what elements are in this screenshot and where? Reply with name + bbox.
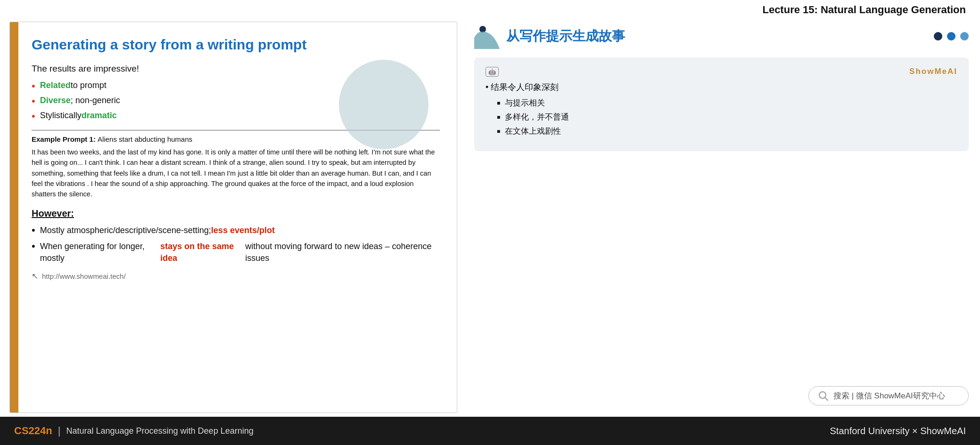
cn-title-area: 从写作提示生成故事 [474, 24, 969, 49]
search-box[interactable]: 搜索 | 微信 ShowMeAI研究中心 [808, 386, 969, 405]
ai-badge: 🤖 [486, 67, 499, 77]
cn-sub-3-text: 在文体上戏剧性 [505, 126, 561, 137]
right-panel: 从写作提示生成故事 🤖 ShowMeAI • 结果令人印象深刻 与提示相关 [457, 18, 980, 417]
slide-title: Generating a story from a writing prompt [32, 36, 440, 53]
however-bullet-1-red: less events/plot [211, 225, 275, 236]
bullet-diverse-prefix: Diverse [40, 96, 71, 105]
url-text: http://www.showmeai.tech/ [42, 272, 126, 280]
bottom-left: CS224n | Natural Language Processing wit… [14, 425, 254, 437]
example-prompt-bold: Example Prompt 1: [32, 135, 98, 143]
however-bullet-1-normal: Mostly atmospheric/descriptive/scene-set… [40, 225, 211, 236]
however-bullet-2-normal1: When generating for longer, mostly [40, 241, 160, 264]
cn-sub-1-text: 与提示相关 [505, 97, 545, 108]
url-area: ↖ http://www.showmeai.tech/ [32, 271, 440, 281]
bullet-dramatic: dramatic [82, 111, 117, 121]
cn-sub-1: 与提示相关 [497, 97, 957, 108]
slide-body: The results are impressive! Related to p… [32, 64, 440, 281]
bullet-stylistically-prefix: Stylistically [40, 111, 82, 121]
ai-badge-icon: 🤖 [488, 68, 496, 75]
cn-title-text: 从写作提示生成故事 [506, 27, 625, 45]
cn-sub-3: 在文体上戏剧性 [497, 126, 957, 137]
search-icon [818, 391, 829, 401]
lecture-title: Lecture 15: Natural Language Generation [762, 4, 966, 16]
bullet-related-rest: to prompt [71, 81, 107, 90]
search-box-area: 搜索 | 微信 ShowMeAI研究中心 [474, 386, 969, 405]
example-prompt-text: Aliens start abducting humans [98, 135, 192, 143]
dot-2[interactable] [947, 32, 955, 40]
however-bullet-1: Mostly atmospheric/descriptive/scene-set… [32, 225, 440, 236]
however-bullet-2-normal2: without moving forward to new ideas – co… [245, 241, 440, 264]
bullet-related-prefix: Related [40, 81, 71, 90]
cn-sub-2-text: 多样化，并不普通 [505, 112, 569, 122]
bottom-divider: | [58, 425, 61, 437]
cn-sub-list: 与提示相关 多样化，并不普通 在文体上戏剧性 [497, 97, 957, 137]
top-bar: Lecture 15: Natural Language Generation [0, 0, 980, 18]
dot-3[interactable] [960, 32, 969, 40]
showmeai-logo [474, 24, 500, 49]
svg-line-2 [825, 397, 828, 400]
cn-sub-2: 多样化，并不普通 [497, 112, 957, 122]
search-box-text: 搜索 | 微信 ShowMeAI研究中心 [833, 390, 945, 401]
cs224n-label: CS224n [14, 425, 52, 437]
however-heading: However: [32, 208, 440, 219]
main-content: Generating a story from a writing prompt… [0, 18, 980, 417]
showmeai-label: ShowMeAI [909, 67, 957, 76]
slide-left-bar [10, 22, 18, 413]
cursor-icon: ↖ [32, 271, 38, 281]
dot-nav [934, 32, 969, 40]
bullet-diverse-rest: ; non-generic [71, 96, 120, 105]
bottom-right-text: Stanford University × ShowMeAI [830, 426, 966, 436]
however-bullet-2-red: stays on the same idea [160, 241, 245, 264]
translation-card: 🤖 ShowMeAI • 结果令人印象深刻 与提示相关 多样化，并不普通 在文体… [474, 57, 969, 151]
bottom-right: Stanford University × ShowMeAI [830, 426, 966, 437]
however-bullets: Mostly atmospheric/descriptive/scene-set… [32, 225, 440, 264]
slide-panel: Generating a story from a writing prompt… [9, 22, 457, 413]
cn-main-bullet: • 结果令人印象深刻 [486, 81, 957, 93]
circle-image [339, 60, 428, 149]
bottom-bar: CS224n | Natural Language Processing wit… [0, 417, 980, 445]
dot-1[interactable] [934, 32, 942, 40]
however-bullet-2: When generating for longer, mostly stays… [32, 241, 440, 264]
bottom-subtitle: Natural Language Processing with Deep Le… [66, 426, 253, 436]
example-story-text: It has been two weeks, and the last of m… [32, 147, 440, 200]
